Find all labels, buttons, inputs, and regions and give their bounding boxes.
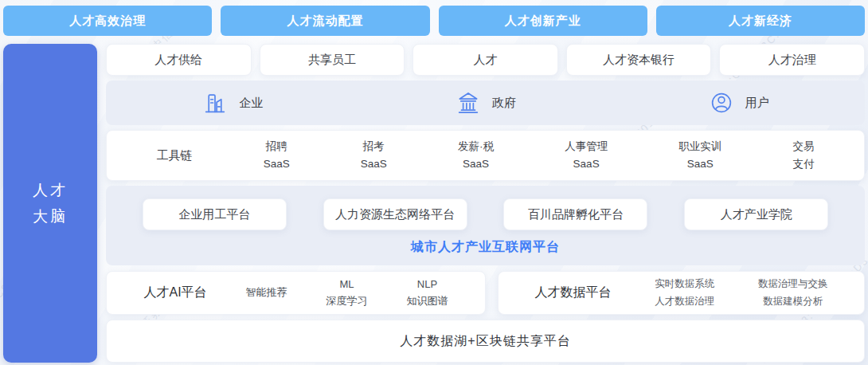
capabilities-row: 人才供给 共享员工 人才 人才资本银行 人才治理 xyxy=(106,44,865,76)
tab-talent-mobility: 人才流动配置 xyxy=(221,6,429,36)
tab-talent-governance: 人才高效治理 xyxy=(3,6,212,36)
building-icon xyxy=(201,89,229,116)
top-tabs-row: 人才高效治理 人才流动配置 人才创新产业 人才新经济 xyxy=(3,6,865,36)
platform-enterprise-employment: 企业用工平台 xyxy=(143,198,287,230)
toolchain-item-payroll-tax: 发薪·税 SaaS xyxy=(458,138,494,172)
talent-brain-architecture-diagram: 中信证券 中信证券 中信证券 中信证券 中信证券 T013480 T013480… xyxy=(0,0,868,365)
tab-talent-new-economy: 人才新经济 xyxy=(656,6,865,36)
toolchain-label: 工具链 xyxy=(157,148,193,163)
ai-item-ml-deep-learning: ML 深度学习 xyxy=(326,277,368,308)
capability-shared-employees: 共享员工 xyxy=(260,44,405,76)
sidebar-title: 人才 大脑 xyxy=(33,177,68,230)
ai-platform-title: 人才AI平台 xyxy=(143,285,206,301)
entity-user: 用户 xyxy=(708,89,769,116)
entity-government-label: 政府 xyxy=(492,96,516,111)
sidebar-title-line2: 大脑 xyxy=(33,203,68,230)
toolchain-item-hr-management: 人事管理 SaaS xyxy=(565,138,608,172)
city-talent-internet-platform-title: 城市人才产业互联网平台 xyxy=(106,239,865,256)
data-platform-title: 人才数据平台 xyxy=(534,285,611,301)
data-lake-blockchain-platform: 人才数据湖+区块链共享平台 xyxy=(106,320,865,363)
sidebar-talent-brain: 人才 大脑 xyxy=(3,44,97,363)
platform-boxes-row: 企业用工平台 人力资源生态网络平台 百川品牌孵化平台 人才产业学院 xyxy=(106,198,865,230)
talent-ai-platform-box: 人才AI平台 智能推荐 ML 深度学习 NLP 知识图谱 xyxy=(106,271,486,315)
toolchain-item-exam: 招考 SaaS xyxy=(361,138,387,172)
entity-user-label: 用户 xyxy=(745,96,769,111)
user-icon xyxy=(708,89,735,116)
entity-enterprise: 企业 xyxy=(201,89,263,116)
tab-talent-innovation: 人才创新产业 xyxy=(439,6,647,36)
entity-government: 政府 xyxy=(455,89,516,116)
talent-data-platform-box: 人才数据平台 实时数据系统 人才数据治理 数据治理与交换 数据建模分析 xyxy=(498,271,865,315)
capability-talent-governance: 人才治理 xyxy=(719,44,865,76)
platforms-panel: 企业用工平台 人力资源生态网络平台 百川品牌孵化平台 人才产业学院 城市人才产业… xyxy=(106,186,865,265)
sidebar-title-line1: 人才 xyxy=(33,177,68,203)
data-col-realtime-governance: 实时数据系统 人才数据治理 xyxy=(655,276,714,310)
platform-baichuan-incubation: 百川品牌孵化平台 xyxy=(503,198,647,230)
entities-panel: 企业 政府 用户 xyxy=(106,80,865,125)
bank-icon xyxy=(455,89,482,116)
toolchain-item-recruiting: 招聘 SaaS xyxy=(264,138,290,172)
capability-talent-capital-bank: 人才资本银行 xyxy=(566,44,712,76)
toolchain-row: 工具链 招聘 SaaS 招考 SaaS 发薪·税 SaaS 人事管理 SaaS … xyxy=(106,130,865,181)
ai-data-row: 人才AI平台 智能推荐 ML 深度学习 NLP 知识图谱 人才数据平台 实时数据… xyxy=(106,271,865,315)
data-col-exchange-modeling: 数据治理与交换 数据建模分析 xyxy=(758,276,828,310)
capability-talent: 人才 xyxy=(412,44,558,76)
ai-item-smart-recommendation: 智能推荐 xyxy=(246,285,287,300)
platform-hr-ecosystem-network: 人力资源生态网络平台 xyxy=(323,198,467,230)
ai-item-nlp-knowledge-graph: NLP 知识图谱 xyxy=(407,277,448,308)
capability-talent-supply: 人才供给 xyxy=(106,44,252,76)
platform-talent-academy: 人才产业学院 xyxy=(684,198,828,230)
toolchain-item-vocational-training: 职业实训 SaaS xyxy=(678,138,721,172)
entity-enterprise-label: 企业 xyxy=(239,96,263,111)
toolchain-item-trade-payment: 交易 支付 xyxy=(792,138,814,172)
